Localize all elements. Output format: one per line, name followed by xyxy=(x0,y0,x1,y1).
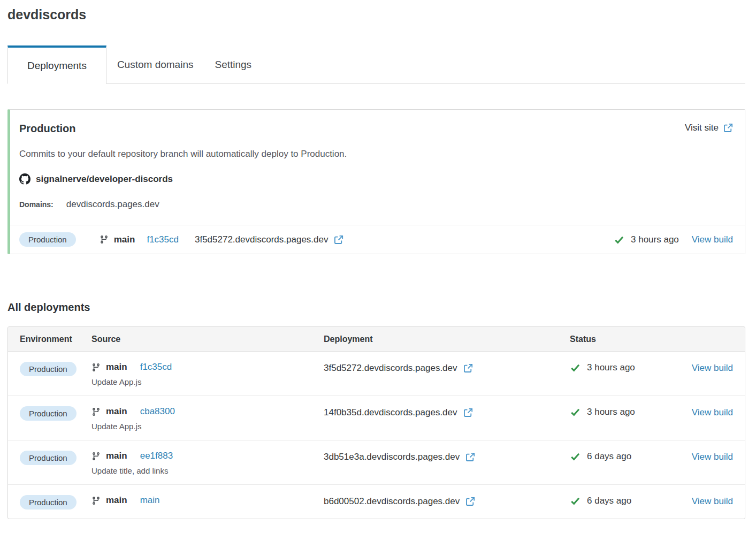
deployment-url: 3f5d5272.devdiscords.pages.dev xyxy=(195,234,329,245)
commit-message: Update App.js xyxy=(91,377,324,386)
column-header-environment: Environment xyxy=(20,334,91,344)
environment-badge: Production xyxy=(19,232,76,247)
check-icon xyxy=(570,407,581,417)
view-build-link[interactable]: View build xyxy=(692,452,733,462)
external-link-icon xyxy=(723,123,733,133)
environment-badge: Production xyxy=(20,495,77,510)
tab-custom-domains[interactable]: Custom domains xyxy=(106,45,204,83)
production-card-header: Production Visit site xyxy=(19,123,733,135)
environment-cell: Production xyxy=(20,406,91,421)
branch-name: main xyxy=(106,495,127,506)
domains-value: devdiscords.pages.dev xyxy=(66,199,159,210)
external-link-icon[interactable] xyxy=(463,363,473,373)
deployment-status: 3 hours ago View build xyxy=(614,234,733,245)
git-branch-icon xyxy=(91,407,101,416)
commit-message: Update title, add links xyxy=(91,466,324,475)
commit-link[interactable]: main xyxy=(140,495,160,506)
status-time: 3 hours ago xyxy=(587,362,635,373)
deployment-url: 3f5d5272.devdiscords.pages.dev xyxy=(324,363,457,374)
repository-name: signalnerve/developer-discords xyxy=(36,174,173,185)
status-time: 3 hours ago xyxy=(587,407,635,417)
deployment-url: 3db51e3a.devdiscords.pages.dev xyxy=(324,452,460,462)
external-link-icon[interactable] xyxy=(463,408,473,417)
git-branch-icon xyxy=(91,496,101,505)
table-row: Production main f1c35cd Update App.js 3f… xyxy=(8,352,745,396)
environment-cell: Production xyxy=(20,362,91,376)
page-container: devdiscords Deployments Custom domains S… xyxy=(7,7,745,519)
domains-label: Domains: xyxy=(19,200,54,209)
tab-bar: Deployments Custom domains Settings xyxy=(7,45,745,84)
actions-cell: View build xyxy=(687,406,733,418)
status-cell: 6 days ago xyxy=(570,451,687,462)
deployment-cell: 14f0b35d.devdiscords.pages.dev xyxy=(324,406,570,418)
deployment-cell: b6d00502.devdiscords.pages.dev xyxy=(324,495,570,507)
external-link-icon[interactable] xyxy=(334,235,343,245)
external-link-icon[interactable] xyxy=(465,497,475,506)
table-header-row: Environment Source Deployment Status xyxy=(8,327,745,352)
source-line: main cba8300 xyxy=(91,406,324,417)
production-card-title: Production xyxy=(19,123,76,135)
tab-label: Custom domains xyxy=(117,59,194,71)
commit-link[interactable]: cba8300 xyxy=(140,406,175,417)
actions-cell: View build xyxy=(687,451,733,462)
check-icon xyxy=(570,451,581,462)
environment-badge: Production xyxy=(20,362,77,376)
environment-badge: Production xyxy=(20,451,77,465)
production-card-body: Production Visit site Commits to your de… xyxy=(10,110,745,225)
commit-link[interactable]: f1c35cd xyxy=(147,234,179,245)
source-line: main main xyxy=(91,495,324,506)
deployment-info: Production main f1c35cd 3f5d5272.devdisc… xyxy=(19,232,343,247)
column-header-deployment: Deployment xyxy=(324,334,570,344)
view-build-link[interactable]: View build xyxy=(692,496,733,506)
table-row: Production main main b6d00502.devdiscord… xyxy=(8,484,745,519)
source-cell: main cba8300 Update App.js xyxy=(91,406,324,431)
deployment-url: b6d00502.devdiscords.pages.dev xyxy=(324,496,460,507)
tab-label: Settings xyxy=(215,59,251,71)
check-icon xyxy=(570,496,581,506)
tab-deployments[interactable]: Deployments xyxy=(7,45,106,84)
visit-site-link[interactable]: Visit site xyxy=(685,123,733,133)
view-build-link[interactable]: View build xyxy=(692,363,733,373)
source-cell: main ee1f883 Update title, add links xyxy=(91,451,324,475)
branch-name: main xyxy=(106,362,127,372)
domains-row: Domains: devdiscords.pages.dev xyxy=(19,199,733,210)
status-time: 6 days ago xyxy=(587,451,631,462)
branch-name: main xyxy=(106,451,127,461)
commit-link[interactable]: ee1f883 xyxy=(140,451,173,461)
status-cell: 6 days ago xyxy=(570,495,687,506)
source-line: main f1c35cd xyxy=(91,362,324,372)
commit-message: Update App.js xyxy=(91,422,324,431)
table-row: Production main ee1f883 Update title, ad… xyxy=(8,440,745,484)
visit-site-label: Visit site xyxy=(685,123,719,133)
deployment-url: 14f0b35d.devdiscords.pages.dev xyxy=(324,407,457,418)
source-cell: main main xyxy=(91,495,324,506)
deployment-cell: 3f5d5272.devdiscords.pages.dev xyxy=(324,362,570,374)
column-header-source: Source xyxy=(91,334,324,344)
source-cell: main f1c35cd Update App.js xyxy=(91,362,324,386)
github-icon xyxy=(19,173,30,185)
view-build-link[interactable]: View build xyxy=(692,407,733,417)
branch-name: main xyxy=(106,406,127,417)
source-line: main ee1f883 xyxy=(91,451,324,461)
external-link-icon[interactable] xyxy=(465,452,475,462)
deployment-cell: 3db51e3a.devdiscords.pages.dev xyxy=(324,451,570,462)
view-build-link[interactable]: View build xyxy=(692,234,733,245)
status-time: 6 days ago xyxy=(587,496,631,506)
production-deployment-row: Production main f1c35cd 3f5d5272.devdisc… xyxy=(10,225,745,254)
check-icon xyxy=(614,234,624,245)
deployments-table: Environment Source Deployment Status Pro… xyxy=(7,326,745,519)
status-time: 3 hours ago xyxy=(631,234,679,245)
production-description: Commits to your default repository branc… xyxy=(19,149,733,159)
actions-cell: View build xyxy=(687,362,733,374)
git-branch-icon xyxy=(91,363,101,372)
deployment-url-group: 3f5d5272.devdiscords.pages.dev xyxy=(195,234,344,245)
status-cell: 3 hours ago xyxy=(570,362,687,373)
git-branch-icon xyxy=(100,235,109,244)
branch-name: main xyxy=(114,234,135,245)
commit-link[interactable]: f1c35cd xyxy=(140,362,172,372)
page-title: devdiscords xyxy=(7,7,745,22)
all-deployments-title: All deployments xyxy=(7,301,745,314)
tab-settings[interactable]: Settings xyxy=(204,45,262,83)
check-icon xyxy=(570,362,581,373)
actions-cell: View build xyxy=(687,495,733,507)
